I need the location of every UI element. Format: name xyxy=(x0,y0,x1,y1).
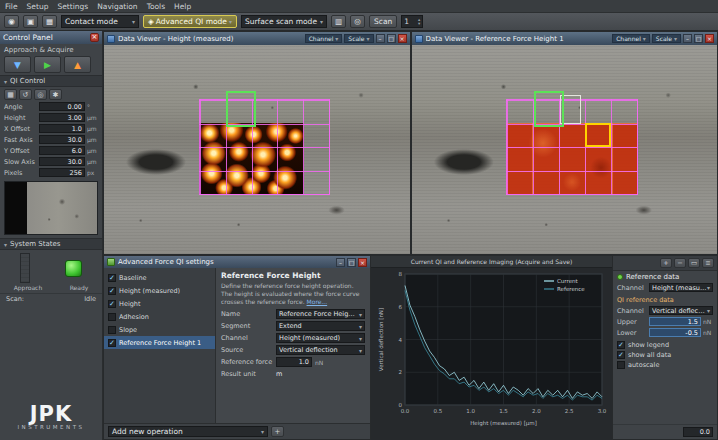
param-value-input[interactable]: 1.0 xyxy=(39,124,85,133)
scale-select[interactable]: Scale▾ xyxy=(652,34,681,43)
qi-panel-title-bar[interactable]: Advanced Force QI settings – □ × xyxy=(104,256,370,268)
minimize-icon[interactable]: – xyxy=(683,34,692,43)
scan-count-stepper[interactable]: 1 ▴▾ xyxy=(401,15,423,28)
checkbox[interactable] xyxy=(617,361,625,369)
menu-navigation[interactable]: Navigation xyxy=(97,2,137,11)
checkbox[interactable] xyxy=(108,339,116,347)
crosshair-button[interactable]: ◎ xyxy=(350,15,365,28)
tree-item[interactable]: Adhesion xyxy=(104,310,215,323)
system-states-header[interactable]: ▾ System States xyxy=(0,238,102,250)
run-button[interactable]: ▶ xyxy=(34,56,61,73)
viewer-canvas[interactable] xyxy=(412,45,718,254)
menu-file[interactable]: File xyxy=(5,2,18,11)
tree-item[interactable]: Reference Force Height 1 xyxy=(104,336,215,349)
viewer-title-bar[interactable]: Data Viewer - Height (measured) Channel▾… xyxy=(104,32,410,45)
chevron-down-icon: ▾ xyxy=(4,78,7,85)
feedback-mode-select[interactable]: Contact mode ▾ xyxy=(61,15,139,28)
main-area: Control Panel × Approach & Acquire ▼ ▶ ▲… xyxy=(0,31,718,440)
channel-select[interactable]: Channel▾ xyxy=(612,34,650,43)
maximize-icon[interactable]: □ xyxy=(387,34,396,43)
option-row[interactable]: show all data xyxy=(613,350,717,360)
camera-button[interactable]: ▣ xyxy=(23,15,38,28)
settings-button[interactable]: ✱ xyxy=(49,89,62,100)
checkbox[interactable] xyxy=(108,300,116,308)
retract-button[interactable]: ▲ xyxy=(64,56,91,73)
param-value-input[interactable]: 30.0 xyxy=(39,157,85,166)
camera-view-thumbnail[interactable] xyxy=(4,181,98,235)
checkbox[interactable] xyxy=(617,341,625,349)
scale-select-label: Scale xyxy=(348,35,364,42)
channel-select[interactable]: Height (measured) ▾ xyxy=(649,283,713,292)
scale-select[interactable]: Scale▾ xyxy=(344,34,373,43)
menu-settings[interactable]: Settings xyxy=(57,2,88,11)
minimize-icon[interactable]: – xyxy=(376,34,385,43)
field-label: Channel xyxy=(221,334,273,342)
close-icon[interactable]: × xyxy=(398,34,407,43)
zoom-out-button[interactable]: − xyxy=(674,258,686,268)
field-select[interactable]: Extend▾ xyxy=(276,321,365,331)
checkbox[interactable] xyxy=(108,287,116,295)
scan-mode-select[interactable]: Surface scan mode ▾ xyxy=(241,15,327,28)
approach-button[interactable]: ▼ xyxy=(4,56,31,73)
menu-tools[interactable]: Tools xyxy=(147,2,165,11)
checkbox[interactable] xyxy=(617,351,625,359)
tree-item[interactable]: Slope xyxy=(104,323,215,336)
close-icon[interactable]: × xyxy=(705,34,714,43)
scan-region-outline[interactable] xyxy=(226,91,256,128)
qi-mode-icon: ◈ xyxy=(148,17,154,26)
note-link[interactable]: More... xyxy=(307,298,328,305)
param-label: X Offset xyxy=(4,125,37,133)
chart-area[interactable]: 0.00.51.01.52.02.53.002468CurrentReferen… xyxy=(371,268,612,440)
param-value-input[interactable]: 0.00 xyxy=(39,102,85,111)
channel-select[interactable]: Channel▾ xyxy=(305,34,343,43)
checkbox[interactable] xyxy=(108,326,116,334)
scan-button[interactable]: Scan xyxy=(369,15,397,28)
offset-input[interactable]: 0.0 xyxy=(683,427,713,437)
grid-setup-button[interactable]: ▦ xyxy=(4,89,17,100)
field-select[interactable]: Height (measured)▾ xyxy=(276,333,365,343)
laser-button[interactable]: ◉ xyxy=(4,15,19,28)
close-icon[interactable]: × xyxy=(90,33,99,42)
viewer-title-bar[interactable]: Data Viewer - Reference Force Height 1 C… xyxy=(412,32,718,45)
grid-button[interactable]: ▥ xyxy=(331,15,346,28)
qi-mode-button[interactable]: ◈ Advanced QI mode ▾ xyxy=(143,15,237,28)
field-select[interactable]: Reference Force Height 1▾ xyxy=(276,309,365,319)
number-input[interactable]: 1.5 xyxy=(649,317,701,326)
app-window: FileSetupSettingsNavigationToolsHelp ◉ ▣… xyxy=(0,0,718,440)
tree-item[interactable]: Height xyxy=(104,297,215,310)
close-icon[interactable]: × xyxy=(358,258,367,267)
qi-control-section-header[interactable]: ▾ QI Control xyxy=(0,75,102,87)
param-value-input[interactable]: 256 xyxy=(39,168,85,177)
stage-button[interactable]: ▦ xyxy=(42,15,57,28)
fit-view-button[interactable]: ▭ xyxy=(688,258,700,268)
minimize-icon[interactable]: – xyxy=(336,258,345,267)
field-select[interactable]: Vertical deflection▾ xyxy=(276,345,365,355)
menu-setup[interactable]: Setup xyxy=(27,2,49,11)
param-value-input[interactable]: 3.00 xyxy=(39,113,85,122)
target-button[interactable]: ◎ xyxy=(34,89,47,100)
menu-help[interactable]: Help xyxy=(174,2,191,11)
menu-button[interactable]: ≡ xyxy=(702,258,714,268)
scan-region-outline[interactable] xyxy=(534,91,564,128)
maximize-icon[interactable]: □ xyxy=(694,34,703,43)
zoom-in-button[interactable]: + xyxy=(660,258,672,268)
reload-button[interactable]: ↺ xyxy=(19,89,32,100)
number-input[interactable]: -0.5 xyxy=(649,328,701,337)
add-operation-select[interactable]: Add new operation ▾ xyxy=(108,426,268,437)
legend-label: Reference xyxy=(557,286,585,292)
param-value-input[interactable]: 6.0 xyxy=(39,146,85,155)
checkbox[interactable] xyxy=(108,274,116,282)
active-tile-outline[interactable] xyxy=(585,123,611,147)
source-select[interactable]: Vertical deflection ▾ xyxy=(649,306,713,315)
viewer-canvas[interactable] xyxy=(104,45,410,254)
checkbox[interactable] xyxy=(108,313,116,321)
field-number-input[interactable]: 1.0 xyxy=(276,357,312,367)
param-value-input[interactable]: 30.0 xyxy=(39,135,85,144)
option-row[interactable]: show legend xyxy=(613,340,717,350)
tree-item[interactable]: Height (measured) xyxy=(104,284,215,297)
maximize-icon[interactable]: □ xyxy=(347,258,356,267)
tree-item[interactable]: Baseline xyxy=(104,271,215,284)
add-operation-button[interactable]: + xyxy=(271,426,284,437)
option-label: autoscale xyxy=(628,361,659,369)
option-row[interactable]: autoscale xyxy=(613,360,717,370)
